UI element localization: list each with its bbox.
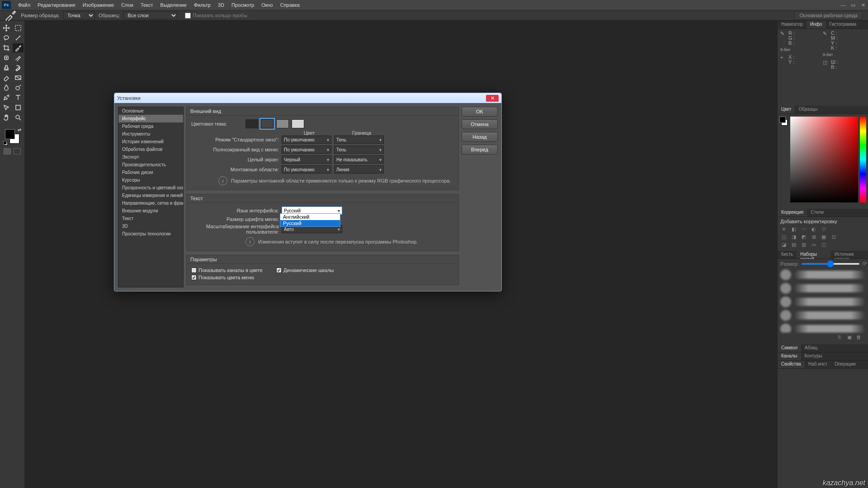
- category-item[interactable]: Основные: [118, 107, 183, 115]
- tab-paths[interactable]: Контуры: [801, 352, 826, 360]
- blur-tool-icon[interactable]: [1, 83, 12, 92]
- gradient-map-icon[interactable]: ▭: [810, 241, 817, 248]
- cancel-button[interactable]: Отмена: [462, 119, 498, 129]
- category-item[interactable]: Единицы измерения и линейки: [118, 192, 183, 199]
- category-item[interactable]: Производительность: [118, 161, 183, 169]
- tab-adjustments[interactable]: Коррекция: [778, 209, 807, 216]
- menu-select[interactable]: Выделение: [157, 0, 190, 10]
- artboard-border-select[interactable]: Линия: [334, 165, 384, 174]
- mode-full-color-select[interactable]: Черный: [282, 155, 331, 164]
- quickmask-mode-icon[interactable]: [14, 148, 21, 155]
- preset-doc-icon[interactable]: ⎘: [838, 334, 844, 341]
- menu-help[interactable]: Справка: [277, 0, 303, 10]
- sample-layers-select[interactable]: Все слои: [123, 11, 178, 19]
- category-item[interactable]: Инструменты: [118, 130, 183, 138]
- brush-preset-list[interactable]: [780, 269, 865, 333]
- ok-button[interactable]: OK: [462, 107, 498, 117]
- foreground-swatch[interactable]: [5, 129, 15, 139]
- mode-fullmenu-border-select[interactable]: Тень: [334, 145, 384, 154]
- theme-swatch[interactable]: [276, 119, 289, 128]
- tab-info[interactable]: Инфо: [807, 21, 826, 28]
- color-theme-picker[interactable]: [245, 119, 304, 128]
- tab-brush[interactable]: Кисть: [778, 251, 797, 258]
- selective-icon[interactable]: ◫: [820, 241, 827, 248]
- stamp-tool-icon[interactable]: [1, 63, 12, 72]
- language-option[interactable]: Английский: [280, 214, 340, 220]
- theme-swatch[interactable]: [261, 119, 274, 128]
- menu-3d[interactable]: 3D: [214, 0, 228, 10]
- category-item[interactable]: Направляющие, сетка и фрагменты: [118, 199, 183, 207]
- category-item[interactable]: Курсоры: [118, 176, 183, 184]
- category-item[interactable]: Рабочие диски: [118, 169, 183, 176]
- history-brush-icon[interactable]: [13, 63, 24, 72]
- brightness-icon[interactable]: ☀: [780, 226, 788, 232]
- ui-language-dropdown[interactable]: АнглийскийРусский: [280, 213, 340, 227]
- tab-swatches[interactable]: Образцы: [795, 106, 821, 113]
- dynamic-sliders-checkbox[interactable]: ✔Динамические шкалы: [276, 267, 334, 273]
- menu-window[interactable]: Окно: [258, 0, 277, 10]
- window-minimize-icon[interactable]: —: [838, 0, 848, 10]
- mode-std-color-select[interactable]: По умолчанию: [282, 136, 331, 144]
- category-item[interactable]: История изменений: [118, 138, 183, 145]
- exposure-icon[interactable]: ◐: [810, 226, 817, 232]
- move-tool-icon[interactable]: [1, 23, 12, 33]
- hand-tool-icon[interactable]: [1, 113, 12, 122]
- tab-paragraph[interactable]: Абзац: [801, 344, 821, 352]
- tab-styles[interactable]: Стили: [807, 209, 827, 216]
- hue-slider[interactable]: [860, 117, 866, 202]
- path-select-icon[interactable]: [1, 103, 12, 112]
- lut-icon[interactable]: ▦: [820, 234, 827, 240]
- preferences-category-list[interactable]: ОсновныеИнтерфейсРабочая средаИнструмент…: [118, 107, 184, 287]
- workspace-switcher[interactable]: Основная рабочая среда: [794, 11, 863, 19]
- channel-mixer-icon[interactable]: ⊞: [810, 234, 817, 240]
- fg-swatch-small[interactable]: [779, 117, 786, 123]
- category-item[interactable]: Интерфейс: [118, 115, 183, 122]
- show-ring-checkbox[interactable]: Показать кольцо пробы: [185, 13, 247, 19]
- levels-icon[interactable]: ◧: [790, 226, 797, 232]
- tab-character[interactable]: Символ: [778, 344, 801, 352]
- channels-in-color-checkbox[interactable]: Показывать каналы в цвете: [191, 267, 263, 273]
- gradient-tool-icon[interactable]: [13, 73, 24, 82]
- theme-swatch[interactable]: [245, 119, 258, 128]
- next-button[interactable]: Вперед: [462, 145, 498, 155]
- photo-filter-icon[interactable]: ◩: [800, 234, 807, 240]
- language-option[interactable]: Русский: [280, 220, 340, 226]
- tab-clone-source[interactable]: Источник клонов: [831, 251, 868, 258]
- brush-tool-icon[interactable]: [13, 53, 24, 62]
- category-item[interactable]: 3D: [118, 222, 183, 230]
- lasso-tool-icon[interactable]: [1, 33, 12, 42]
- swap-colors-icon[interactable]: ⇄: [18, 127, 21, 132]
- menu-filter[interactable]: Фильтр: [190, 0, 214, 10]
- color-swatches[interactable]: ⇄: [3, 127, 21, 145]
- brush-size-slider[interactable]: [802, 263, 860, 265]
- eraser-tool-icon[interactable]: [1, 73, 12, 82]
- category-item[interactable]: Просмотры технологии: [118, 230, 183, 238]
- tab-channels[interactable]: Каналы: [778, 352, 801, 360]
- mode-std-border-select[interactable]: Тень: [334, 136, 384, 144]
- type-tool-icon[interactable]: [13, 93, 24, 102]
- zoom-tool-icon[interactable]: [13, 113, 24, 122]
- tab-actions[interactable]: Операции: [831, 361, 859, 368]
- mode-fullmenu-color-select[interactable]: По умолчанию: [282, 145, 331, 154]
- menu-type[interactable]: Текст: [137, 0, 157, 10]
- category-item[interactable]: Экспорт: [118, 153, 183, 161]
- eyedropper-tool-icon[interactable]: [13, 43, 24, 52]
- vibrance-icon[interactable]: ▽: [820, 226, 827, 232]
- bw-icon[interactable]: ◨: [790, 234, 797, 240]
- flip-icon[interactable]: ⟳: [863, 261, 867, 267]
- invert-icon[interactable]: ◪: [780, 241, 788, 248]
- category-item[interactable]: Текст: [118, 215, 183, 222]
- color-field[interactable]: [790, 117, 858, 202]
- tab-brush-sets[interactable]: Наборы кистей: [797, 251, 831, 258]
- prev-button[interactable]: Назад: [462, 132, 498, 142]
- tab-color[interactable]: Цвет: [778, 106, 795, 113]
- more-icon[interactable]: ⊡: [830, 234, 837, 240]
- tab-navigator[interactable]: Навигатор: [778, 21, 807, 28]
- shape-tool-icon[interactable]: [13, 103, 24, 112]
- preset-new-icon[interactable]: ▣: [847, 334, 854, 341]
- category-item[interactable]: Внешние модули: [118, 207, 183, 215]
- hue-icon[interactable]: ◫: [780, 234, 788, 240]
- menu-file[interactable]: Файл: [14, 0, 34, 10]
- menu-edit[interactable]: Редактирование: [34, 0, 79, 10]
- color-picker[interactable]: [778, 114, 868, 209]
